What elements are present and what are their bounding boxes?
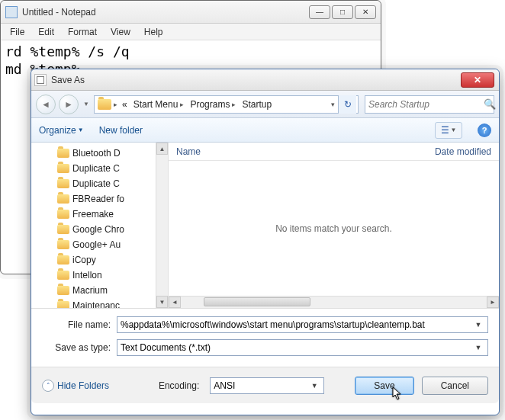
menu-file[interactable]: File bbox=[4, 25, 31, 39]
new-folder-button[interactable]: New folder bbox=[99, 125, 143, 136]
menu-help[interactable]: Help bbox=[138, 25, 169, 39]
notepad-menubar: File Edit Format View Help bbox=[1, 24, 381, 40]
menu-edit[interactable]: Edit bbox=[32, 25, 60, 39]
list-item[interactable]: Maintenanc bbox=[57, 298, 168, 308]
folder-icon bbox=[57, 179, 69, 188]
dialog-titlebar[interactable]: Save As ✕ bbox=[31, 69, 499, 91]
list-item[interactable]: Intellon bbox=[57, 268, 168, 283]
scroll-left-icon[interactable]: ◄ bbox=[169, 297, 181, 308]
column-name[interactable]: Name bbox=[176, 146, 435, 157]
savetype-label: Save as type: bbox=[42, 342, 117, 353]
column-headers[interactable]: Name Date modified bbox=[169, 143, 499, 161]
dialog-icon bbox=[34, 74, 47, 86]
folder-icon bbox=[57, 286, 69, 295]
toolbar: Organize ▼ New folder ☰▼ ? bbox=[31, 118, 499, 143]
folder-icon bbox=[57, 225, 69, 234]
notepad-titlebar[interactable]: Untitled - Notepad — □ ✕ bbox=[1, 1, 381, 24]
dialog-title: Save As bbox=[51, 75, 461, 85]
chevron-down-icon[interactable]: ▼ bbox=[472, 344, 484, 351]
refresh-button[interactable]: ↻ bbox=[338, 95, 356, 114]
tree-scrollbar[interactable]: ▲ ▼ bbox=[156, 143, 168, 308]
filename-input[interactable]: %appdata%\microsoft\windows\start menu\p… bbox=[117, 316, 488, 333]
encoding-label: Encoding: bbox=[159, 380, 199, 391]
folder-icon bbox=[57, 271, 69, 280]
crumb-startmenu[interactable]: Start Menu▸ bbox=[130, 96, 188, 113]
organize-button[interactable]: Organize ▼ bbox=[39, 125, 84, 136]
nav-bar: ◄ ► ▼ ▸ « Start Menu▸ Programs▸ Startup … bbox=[31, 91, 499, 118]
main-area: Bluetooth D Duplicate C Duplicate C FBRe… bbox=[31, 143, 499, 309]
bottom-bar: ˄ Hide Folders Encoding: ANSI▼ Save Canc… bbox=[31, 367, 499, 403]
folder-icon bbox=[57, 240, 69, 249]
folder-icon bbox=[57, 194, 69, 204]
scroll-up-icon[interactable]: ▲ bbox=[156, 143, 168, 155]
nav-back-button[interactable]: ◄ bbox=[36, 95, 56, 114]
maximize-button[interactable]: □ bbox=[332, 5, 353, 19]
notepad-title: Untitled - Notepad bbox=[22, 7, 309, 18]
list-item[interactable]: Duplicate C bbox=[57, 176, 168, 191]
address-bar[interactable]: ▸ « Start Menu▸ Programs▸ Startup ▾ ↻ bbox=[94, 95, 359, 114]
list-item[interactable]: Google+ Au bbox=[57, 237, 168, 252]
chevron-up-icon: ˄ bbox=[42, 380, 54, 392]
list-item[interactable]: FBReader fo bbox=[57, 191, 168, 207]
chevron-down-icon[interactable]: ▼ bbox=[308, 382, 320, 390]
savetype-select[interactable]: Text Documents (*.txt)▼ bbox=[117, 339, 488, 356]
chevron-down-icon[interactable]: ▼ bbox=[472, 321, 484, 329]
cancel-button[interactable]: Cancel bbox=[422, 377, 488, 395]
folder-icon bbox=[57, 210, 69, 219]
file-list[interactable]: Name Date modified No items match your s… bbox=[169, 143, 499, 308]
list-item[interactable]: Duplicate C bbox=[57, 161, 168, 176]
folder-icon bbox=[57, 149, 69, 158]
search-box[interactable]: 🔍 bbox=[365, 95, 494, 114]
folder-icon bbox=[57, 164, 69, 173]
folder-icon bbox=[57, 255, 69, 265]
notepad-icon bbox=[5, 6, 18, 18]
folder-icon bbox=[57, 301, 69, 308]
empty-message: No items match your search. bbox=[169, 161, 499, 296]
encoding-select[interactable]: ANSI▼ bbox=[210, 377, 324, 394]
folder-icon bbox=[98, 99, 111, 110]
scroll-thumb[interactable] bbox=[204, 297, 310, 306]
list-item[interactable]: Macrium bbox=[57, 283, 168, 298]
fields-area: File name: %appdata%\microsoft\windows\s… bbox=[31, 309, 499, 367]
list-item[interactable]: Freemake bbox=[57, 207, 168, 222]
file-hscrollbar[interactable]: ◄ ► bbox=[169, 296, 499, 308]
crumb-root[interactable]: ▸ bbox=[96, 96, 119, 113]
list-item[interactable]: Google Chro bbox=[57, 222, 168, 237]
column-date[interactable]: Date modified bbox=[435, 146, 491, 157]
minimize-button[interactable]: — bbox=[309, 5, 330, 19]
save-button[interactable]: Save bbox=[355, 377, 413, 395]
save-as-dialog: Save As ✕ ◄ ► ▼ ▸ « Start Menu▸ Programs… bbox=[31, 69, 500, 415]
help-button[interactable]: ? bbox=[478, 123, 491, 137]
search-input[interactable] bbox=[368, 99, 484, 110]
scroll-right-icon[interactable]: ► bbox=[487, 297, 499, 308]
scroll-down-icon[interactable]: ▼ bbox=[156, 296, 168, 308]
list-item[interactable]: Bluetooth D bbox=[57, 146, 168, 161]
view-options-button[interactable]: ☰▼ bbox=[435, 122, 462, 139]
folder-tree[interactable]: Bluetooth D Duplicate C Duplicate C FBRe… bbox=[31, 143, 169, 308]
menu-view[interactable]: View bbox=[105, 25, 137, 39]
nav-forward-button[interactable]: ► bbox=[59, 95, 79, 114]
crumb-programs[interactable]: Programs▸ bbox=[187, 96, 239, 113]
filename-label: File name: bbox=[42, 319, 117, 330]
crumb-overflow[interactable]: « bbox=[119, 96, 130, 113]
list-item[interactable]: iCopy bbox=[57, 252, 168, 268]
close-button[interactable]: ✕ bbox=[355, 5, 376, 19]
nav-history-dropdown[interactable]: ▼ bbox=[82, 95, 91, 114]
dialog-close-button[interactable]: ✕ bbox=[461, 72, 494, 88]
address-dropdown[interactable]: ▾ bbox=[326, 96, 338, 113]
search-icon: 🔍 bbox=[484, 98, 496, 110]
menu-format[interactable]: Format bbox=[62, 25, 103, 39]
hide-folders-button[interactable]: ˄ Hide Folders bbox=[42, 380, 109, 392]
crumb-startup[interactable]: Startup bbox=[239, 96, 275, 113]
